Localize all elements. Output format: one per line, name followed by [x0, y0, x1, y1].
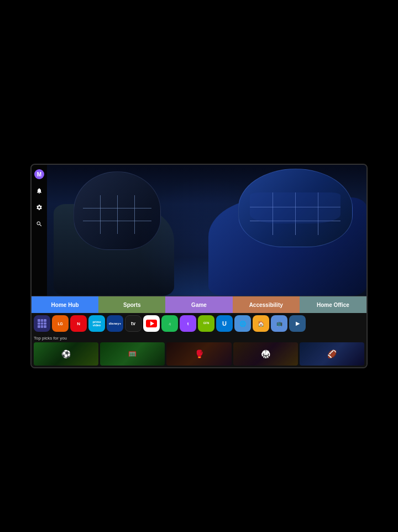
- app-apple-tv[interactable]: tv: [125, 315, 142, 332]
- tab-home-hub[interactable]: Home Hub: [32, 296, 98, 313]
- app-spotify[interactable]: ♫: [161, 315, 178, 332]
- tab-game[interactable]: Game: [165, 296, 232, 313]
- app-smart-home[interactable]: 🏠: [253, 315, 269, 332]
- thumbnail-fighting[interactable]: [233, 342, 298, 366]
- sidebar: M: [32, 165, 47, 296]
- nav-bar: Home Hub Sports Game Accessibility Home …: [32, 296, 366, 367]
- app-more[interactable]: ▶: [289, 315, 306, 332]
- app-ubisoft[interactable]: U: [216, 315, 233, 332]
- app-browser[interactable]: 🌐: [234, 315, 251, 332]
- app-lg-channels[interactable]: LG: [52, 315, 69, 332]
- app-disney-plus[interactable]: disney+: [107, 315, 123, 332]
- top-picks-section: Top picks for you: [32, 334, 366, 367]
- thumbnail-boxing[interactable]: [166, 342, 231, 366]
- app-screen-share[interactable]: 📺: [271, 315, 287, 332]
- apps-row: LG N primevideo disney+ tv ♫ t GFN: [32, 313, 366, 334]
- thumbnail-soccer-goal[interactable]: [100, 342, 165, 366]
- tab-sports[interactable]: Sports: [98, 296, 165, 313]
- thumbnail-soccer-ball[interactable]: [34, 342, 98, 366]
- tv-frame: M: [30, 164, 368, 368]
- hockey-scene: [47, 165, 366, 296]
- app-netflix[interactable]: N: [70, 315, 87, 332]
- app-twitch[interactable]: t: [180, 315, 196, 332]
- search-icon[interactable]: [34, 219, 44, 229]
- thumbnail-football[interactable]: [300, 342, 364, 366]
- app-nvidia-geforce[interactable]: GFN: [198, 315, 214, 332]
- tv-content: M: [32, 165, 366, 296]
- app-prime-video[interactable]: primevideo: [88, 315, 105, 332]
- svg-text:LG: LG: [57, 322, 62, 326]
- thumbnails-row: [34, 342, 364, 366]
- category-tabs: Home Hub Sports Game Accessibility Home …: [32, 296, 366, 313]
- app-all-apps[interactable]: [34, 315, 50, 332]
- user-avatar[interactable]: M: [34, 169, 44, 179]
- app-youtube[interactable]: [143, 315, 160, 332]
- settings-icon[interactable]: [34, 202, 44, 212]
- tab-home-office[interactable]: Home Office: [300, 296, 366, 313]
- notification-icon[interactable]: [34, 186, 44, 196]
- top-picks-label: Top picks for you: [34, 336, 364, 341]
- hero-area: [47, 165, 366, 296]
- tab-accessibility[interactable]: Accessibility: [233, 296, 300, 313]
